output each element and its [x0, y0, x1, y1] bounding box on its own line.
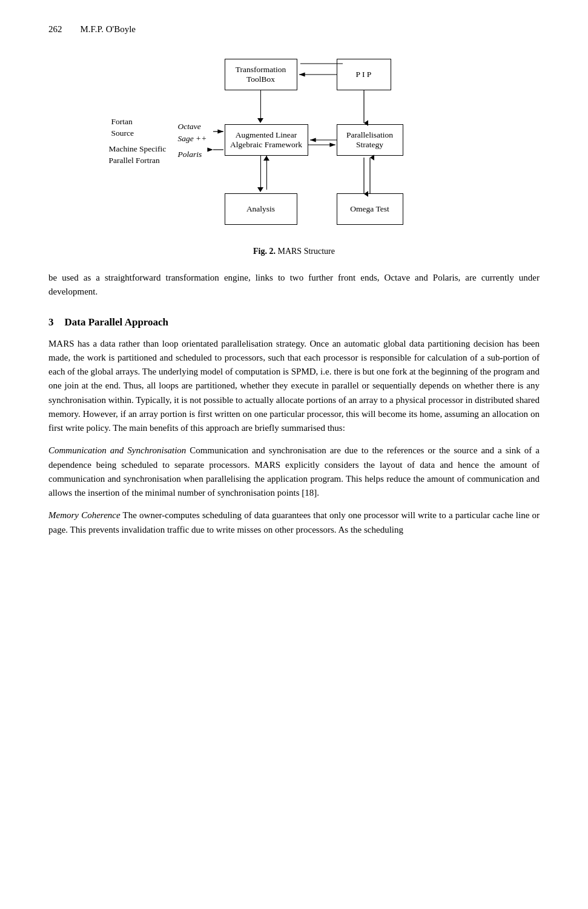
mem-lead: Memory Coherence	[48, 510, 121, 520]
intro-paragraph: be used as a straightforward transformat…	[48, 271, 540, 299]
paragraph-comm: Communication and Synchronisation Commun…	[48, 444, 540, 500]
author: M.F.P. O'Boyle	[81, 24, 136, 35]
fig-text: MARS Structure	[277, 247, 335, 256]
page-number: 262	[48, 24, 62, 35]
fig-label: Fig. 2.	[253, 247, 276, 256]
section-heading: 3 Data Parallel Approach	[48, 316, 540, 328]
page-header: 262 M.F.P. O'Boyle	[48, 24, 540, 35]
diagram-svg	[107, 53, 482, 241]
section-title: Data Parallel Approach	[65, 316, 169, 328]
paragraph-1: MARS has a data rather than loop orienta…	[48, 337, 540, 436]
comm-lead: Communication and Synchronisation	[48, 445, 186, 455]
diagram-container: TransformationToolBox P I P Augmented Li…	[48, 53, 540, 241]
diagram: TransformationToolBox P I P Augmented Li…	[107, 53, 482, 241]
paragraph-mem: Memory Coherence The owner-computes sche…	[48, 508, 540, 537]
mem-text: The owner-computes scheduling of data gu…	[48, 510, 540, 534]
page: 262 M.F.P. O'Boyle TransformationToolBox…	[0, 0, 588, 909]
fig-caption: Fig. 2. MARS Structure	[48, 247, 540, 256]
section-number: 3	[48, 316, 54, 328]
